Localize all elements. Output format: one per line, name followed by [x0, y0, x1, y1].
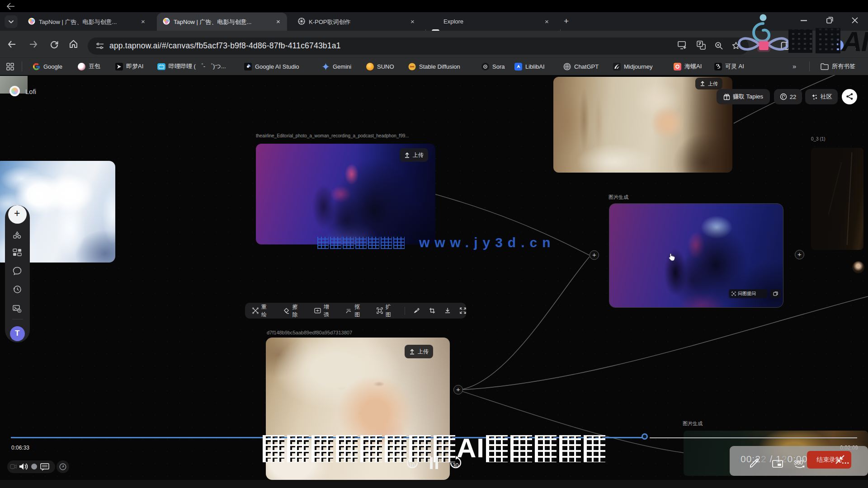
- svg-text:30: 30: [453, 462, 459, 469]
- svg-text:10: 10: [409, 462, 415, 469]
